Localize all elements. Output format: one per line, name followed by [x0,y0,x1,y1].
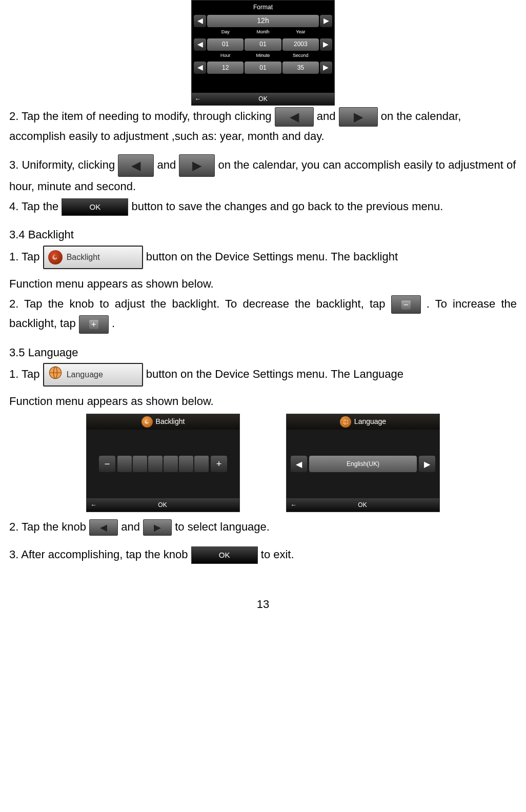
arrow-left-icon: ◀ [275,107,314,127]
globe-icon [340,416,351,428]
section-35-step-1: 1. Tap Language button on the Device Set… [9,363,517,387]
arrow-right-icon: ▶ [419,456,435,472]
arrow-right-icon: ▶ [320,62,332,74]
section-34-step-1: 1. Tap Backlight button on the Device Se… [9,246,517,269]
step-2-text: 2. Tap the item of needing to modify, th… [9,107,517,146]
section-34-cont: Function menu appears as shown below. [9,274,517,293]
ok-label: OK [258,94,267,104]
language-shot-title: Language [354,416,386,428]
arrow-right-icon: ▶ [179,154,215,177]
backlight-menu-button: Backlight [43,246,143,269]
arrow-right-icon: ▶ [339,107,378,127]
arrow-right-icon: ▶ [143,519,172,536]
label-hour: Hour [207,52,244,59]
value-day: 01 [207,38,244,51]
plus-icon: + [89,320,98,329]
format-title: Format [194,2,332,13]
value-month: 01 [245,38,281,51]
backlight-screenshot: Backlight − + ← OK [86,414,240,512]
page-number: 13 [9,595,517,614]
format-settings-screenshot: Format ◀ 12h ▶ Day Month Year ◀ 01 01 20… [191,0,335,106]
minus-icon: − [99,456,115,472]
step-4-text: 4. Tap the OK button to save the changes… [9,197,517,216]
value-second: 35 [282,62,319,74]
arrow-left-icon: ◀ [194,15,206,27]
back-arrow-icon: ← [195,94,205,104]
section-35-step-2: 2. Tap the knob ◀ and ▶ to select langua… [9,517,517,536]
section-35-step-3: 3. After accomplishing, tap the knob OK … [9,545,517,564]
minus-button: − [391,295,421,314]
language-label: Language [67,368,103,381]
plus-icon: + [211,456,227,472]
arrow-right-icon: ▶ [320,38,332,51]
globe-icon [48,366,63,384]
backlight-icon [48,250,63,265]
arrow-left-icon: ◀ [194,38,206,51]
arrow-left-icon: ◀ [194,62,206,74]
value-minute: 01 [245,62,281,74]
backlight-level-bar [117,456,209,472]
plus-button: + [79,315,109,334]
step-3-text: 3. Uniformity, clicking ◀ and ▶ on the c… [9,154,517,196]
ok-button-inline: OK [62,198,128,216]
value-year: 2003 [282,38,319,51]
section-34-step-2: 2. Tap the knob to adjust the backlight.… [9,294,517,333]
value-hour: 12 [207,62,244,74]
arrow-right-icon: ▶ [320,15,332,27]
ok-button-inline: OK [191,546,258,564]
language-menu-button: Language [43,363,143,387]
backlight-shot-title: Backlight [156,416,185,428]
arrow-left-icon: ◀ [118,154,154,177]
minus-icon: − [401,300,411,310]
language-value: English(UK) [309,456,417,472]
arrow-left-icon: ◀ [89,519,118,536]
label-month: Month [245,28,281,36]
backlight-icon [141,416,153,428]
section-35-cont: Function menu appears as shown below. [9,392,517,411]
label-year: Year [282,28,319,36]
label-day: Day [207,28,244,36]
arrow-left-icon: ◀ [291,456,307,472]
language-screenshot: Language ◀ English(UK) ▶ ← OK [286,414,440,512]
label-second: Second [282,52,319,59]
backlight-label: Backlight [67,250,100,264]
format-value: 12h [207,15,319,27]
back-arrow-icon: ← [291,500,297,510]
section-35-heading: 3.5 Language [9,343,517,362]
label-minute: Minute [245,52,281,59]
back-arrow-icon: ← [91,500,97,510]
ok-label: OK [358,500,367,510]
section-34-heading: 3.4 Backlight [9,225,517,244]
ok-label: OK [158,500,167,510]
